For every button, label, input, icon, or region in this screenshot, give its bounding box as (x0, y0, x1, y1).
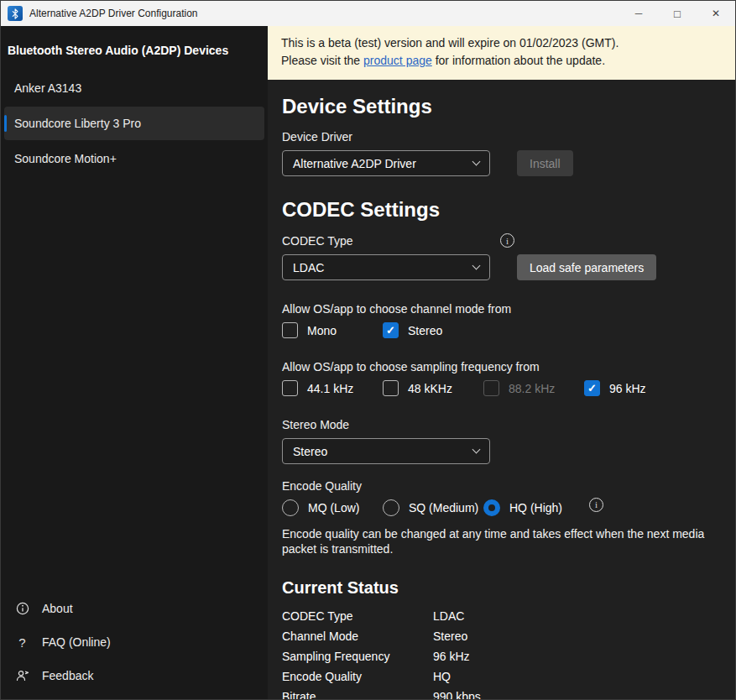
device-label: Soundcore Motion+ (14, 152, 117, 165)
codec-settings-heading: CODEC Settings (282, 198, 718, 222)
checkbox-88-2-khz: 88.2 kHz (483, 380, 584, 396)
device-label: Anker A3143 (14, 81, 81, 95)
status-row-label: Channel Mode (282, 629, 433, 643)
checkbox-label: 88.2 kHz (509, 382, 555, 395)
device-driver-value: Alternative A2DP Driver (293, 157, 416, 170)
banner-line2-prefix: Please visit the (281, 54, 363, 67)
stereo-mode-value: Stereo (293, 445, 327, 458)
sidebar-item-soundcore-motion-plus[interactable]: Soundcore Motion+ (4, 142, 264, 175)
chevron-down-icon (472, 262, 481, 270)
checkbox-label: Mono (307, 324, 337, 337)
device-driver-label: Device Driver (282, 130, 718, 144)
window-title: Alternative A2DP Driver Configuration (29, 8, 198, 19)
app-bluetooth-icon (8, 6, 23, 21)
encode-quality-options: MQ (Low) SQ (Medium) HQ (High) (282, 499, 718, 516)
sampling-frequency-group-label: Allow OS/app to choose sampling frequenc… (282, 360, 718, 374)
checkbox-checked-icon (584, 380, 600, 396)
sidebar-footer: About ? FAQ (Online) Feedback (1, 592, 268, 699)
radio-label: SQ (Medium) (409, 501, 478, 515)
radio-circle (383, 499, 399, 516)
radio-hq-high[interactable]: HQ (High) (483, 499, 584, 516)
checkbox-96-khz[interactable]: 96 kHz (584, 380, 685, 396)
current-status-heading: Current Status (282, 578, 718, 598)
window-controls (619, 1, 735, 26)
radio-label: HQ (High) (509, 501, 562, 515)
codec-type-dropdown[interactable]: LDAC (282, 254, 490, 280)
sidebar-item-feedback[interactable]: Feedback (1, 659, 268, 692)
beta-banner: This is a beta (test) version and will e… (268, 26, 735, 80)
checkbox-box (282, 380, 298, 396)
sidebar-item-soundcore-liberty-3-pro[interactable]: Soundcore Liberty 3 Pro (4, 107, 264, 140)
radio-mq-low[interactable]: MQ (Low) (282, 499, 383, 516)
footer-label: FAQ (Online) (42, 635, 111, 649)
stereo-mode-dropdown[interactable]: Stereo (282, 438, 490, 464)
checkbox-label: 96 kHz (609, 382, 646, 395)
sidebar-header: Bluetooth Stereo Audio (A2DP) Devices (1, 26, 268, 71)
close-button[interactable] (697, 1, 735, 26)
radio-sq-medium[interactable]: SQ (Medium) (383, 499, 483, 516)
footer-label: Feedback (42, 669, 93, 682)
status-row-value: Stereo (433, 629, 718, 643)
titlebar: Alternative A2DP Driver Configuration (1, 1, 735, 26)
app-window: Alternative A2DP Driver Configuration Bl… (0, 0, 736, 700)
device-label: Soundcore Liberty 3 Pro (14, 117, 141, 130)
device-settings-heading: Device Settings (282, 95, 718, 118)
info-icon (15, 602, 29, 615)
encode-quality-info-icon[interactable] (589, 498, 603, 512)
sidebar-item-anker-a3143[interactable]: Anker A3143 (4, 71, 264, 105)
status-row-label: Bitrate (282, 690, 433, 699)
main-panel: This is a beta (test) version and will e… (268, 26, 735, 699)
product-page-link[interactable]: product page (363, 54, 432, 67)
sidebar-item-faq[interactable]: ? FAQ (Online) (1, 625, 268, 659)
minimize-button[interactable] (619, 1, 658, 26)
radio-circle (282, 499, 299, 516)
codec-type-label: CODEC Type (282, 234, 353, 248)
footer-label: About (42, 602, 73, 615)
codec-type-info-icon[interactable] (500, 233, 514, 248)
chevron-down-icon (472, 446, 481, 454)
status-row-label: Encode Quality (282, 670, 433, 683)
sampling-frequency-options: 44.1 kHz 48 kKHz 88.2 kHz 96 kHz (282, 380, 718, 396)
settings-content: Device Settings Device Driver Alternativ… (268, 80, 735, 699)
checkbox-checked-icon (383, 322, 399, 338)
status-row-value: LDAC (433, 609, 718, 623)
checkbox-label: Stereo (408, 324, 442, 337)
checkbox-box (282, 322, 298, 338)
status-row-value: 990 kbps (433, 690, 718, 699)
checkbox-box (483, 380, 499, 396)
titlebar-left: Alternative A2DP Driver Configuration (8, 6, 198, 21)
device-list: Anker A3143 Soundcore Liberty 3 Pro Soun… (1, 71, 268, 176)
load-safe-parameters-button[interactable]: Load safe parameters (517, 254, 656, 280)
banner-line2: Please visit the product page for inform… (281, 52, 722, 70)
feedback-icon (15, 669, 29, 682)
checkbox-44-1-khz[interactable]: 44.1 kHz (282, 380, 383, 396)
sidebar: Bluetooth Stereo Audio (A2DP) Devices An… (1, 26, 268, 699)
channel-mode-group-label: Allow OS/app to choose channel mode from (282, 302, 718, 316)
current-status-table: CODEC Type LDAC Channel Mode Stereo Samp… (282, 609, 718, 699)
install-button[interactable]: Install (517, 150, 573, 176)
checkbox-stereo[interactable]: Stereo (383, 322, 483, 338)
checkbox-mono[interactable]: Mono (282, 322, 383, 338)
status-row-label: Sampling Frequency (282, 650, 433, 663)
status-row-value: 96 kHz (433, 650, 718, 663)
channel-mode-options: Mono Stereo (282, 322, 718, 338)
chevron-down-icon (472, 158, 481, 166)
codec-type-value: LDAC (293, 261, 324, 274)
encode-quality-note: Encode quality can be changed at any tim… (282, 526, 708, 556)
encode-quality-label: Encode Quality (282, 479, 718, 493)
checkbox-48-khz[interactable]: 48 kKHz (383, 380, 483, 396)
maximize-button[interactable] (658, 1, 697, 26)
checkbox-label: 44.1 kHz (307, 382, 353, 395)
checkbox-label: 48 kKHz (408, 382, 452, 395)
radio-selected-icon (483, 499, 500, 516)
status-row-value: HQ (433, 670, 718, 683)
question-icon: ? (15, 635, 29, 650)
sidebar-item-about[interactable]: About (1, 592, 268, 625)
radio-label: MQ (Low) (308, 501, 359, 515)
stereo-mode-label: Stereo Mode (282, 418, 718, 431)
banner-line1: This is a beta (test) version and will e… (281, 34, 722, 52)
status-row-label: CODEC Type (282, 609, 433, 623)
device-driver-dropdown[interactable]: Alternative A2DP Driver (282, 150, 490, 176)
checkbox-box (383, 380, 399, 396)
banner-line2-suffix: for information about the update. (432, 54, 605, 67)
